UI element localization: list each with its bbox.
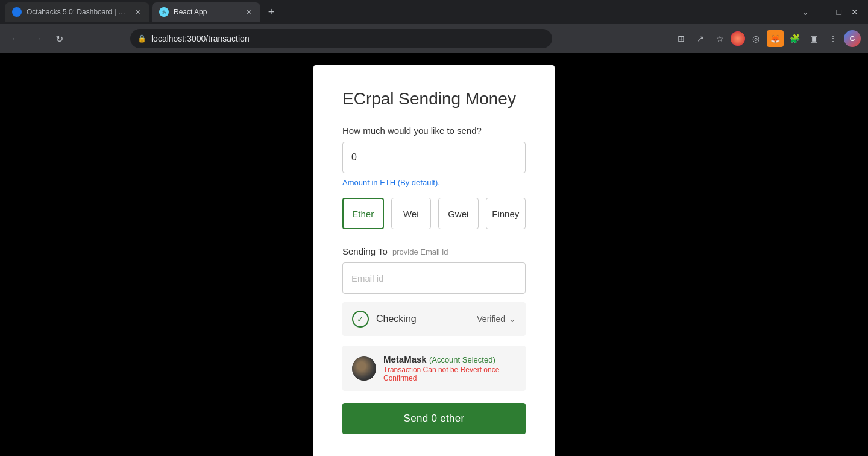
tab-react-title: React App [174,8,239,16]
unit-btn-gwei[interactable]: Gwei [438,198,479,229]
checking-text: Checking [376,314,477,325]
page-title: ECrpal Sending Money [342,89,526,109]
reload-button[interactable]: ↻ [51,30,68,47]
metamask-account-badge: (Account Selected) [429,355,495,364]
window-restore-icon[interactable]: □ [837,7,841,17]
toolbar-icons: ⊞ ↗ ☆ ◎ 🦊 🧩 ▣ ⋮ G [673,30,861,47]
react-favicon-icon: ⚛ [159,7,169,17]
profile-avatar-icon[interactable]: G [844,30,861,47]
lock-icon: 🔒 [137,34,146,43]
puzzle-icon[interactable]: 🧩 [786,30,803,47]
sidebar-toggle-icon[interactable]: ▣ [805,30,822,47]
tab-octahacks[interactable]: Octahacks 5.0: Dashboard | Dev… ✕ [5,2,149,22]
check-circle-icon: ✓ [352,311,369,328]
circle-icon[interactable]: ◎ [747,30,764,47]
metamask-info: MetaMask (Account Selected) Transaction … [383,354,516,382]
unit-buttons-group: Ether Wei Gwei Finney [342,198,526,229]
chevron-down-icon: ⌄ [509,314,516,324]
metamask-warning-text: Transaction Can not be Revert once Confi… [383,366,516,382]
address-bar[interactable]: 🔒 localhost:3000/transaction [130,29,552,48]
bookmark-icon[interactable]: ☆ [711,30,728,47]
amount-hint: Amount in ETH (By default). [342,178,526,187]
email-input[interactable] [342,262,526,294]
transaction-card: ECrpal Sending Money How much would you … [313,65,555,456]
sending-to-label: Sending To provide Email id [342,246,526,256]
verified-text: Verified [477,314,505,324]
browser-chrome: Octahacks 5.0: Dashboard | Dev… ✕ ⚛ Reac… [0,0,868,53]
verified-dropdown[interactable]: Verified ⌄ [477,314,516,324]
amount-label: How much would you like to send? [342,125,526,136]
back-button[interactable]: ← [7,30,24,47]
unit-btn-finney[interactable]: Finney [486,198,526,229]
metamask-name: MetaMask (Account Selected) [383,354,516,364]
page-content: ECrpal Sending Money How much would you … [0,53,868,456]
tab-octahacks-title: Octahacks 5.0: Dashboard | Dev… [27,8,128,16]
amount-input[interactable] [342,142,526,173]
unit-btn-wei[interactable]: Wei [391,198,432,229]
metamask-ext-icon[interactable]: 🦊 [767,30,784,47]
metamask-row: MetaMask (Account Selected) Transaction … [342,346,526,391]
window-maximize-icon[interactable]: — [819,7,827,17]
share-icon[interactable]: ↗ [692,30,709,47]
checking-row: ✓ Checking Verified ⌄ [342,302,526,336]
avatar-ext-icon-1[interactable] [731,31,745,46]
octahacks-favicon-icon [12,7,22,17]
tab-octahacks-close-icon[interactable]: ✕ [133,7,142,17]
unit-btn-ether[interactable]: Ether [342,198,384,229]
forward-button[interactable]: → [29,30,46,47]
address-bar-row: ← → ↻ 🔒 localhost:3000/transaction ⊞ ↗ ☆… [0,24,868,53]
tab-react-close-icon[interactable]: ✕ [244,7,253,17]
menu-icon[interactable]: ⋮ [825,30,841,47]
window-close-icon[interactable]: ✕ [851,7,858,17]
send-button[interactable]: Send 0 ether [342,403,526,434]
tab-bar: Octahacks 5.0: Dashboard | Dev… ✕ ⚛ Reac… [0,0,868,24]
window-minimize-icon[interactable]: ⌄ [802,7,809,17]
url-text: localhost:3000/transaction [151,34,250,43]
window-controls: ⌄ — □ ✕ [802,7,863,17]
tab-react[interactable]: ⚛ React App ✕ [152,2,260,22]
metamask-avatar-icon [352,356,376,381]
translate-icon[interactable]: ⊞ [673,30,690,47]
new-tab-button[interactable]: + [263,4,280,21]
